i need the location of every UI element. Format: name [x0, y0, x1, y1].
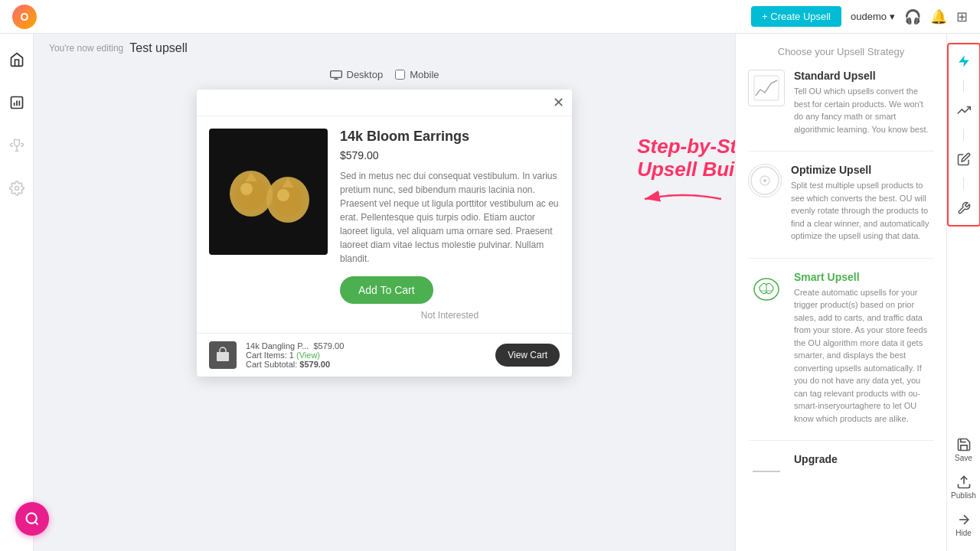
cart-item-name: 14k Dangling P... $579.00 [246, 341, 486, 350]
desktop-toggle[interactable]: Desktop [330, 69, 384, 80]
optimize-upsell-content: Optimize Upsell Split test multiple upse… [791, 164, 934, 243]
standard-upsell-content: Standard Upsell Tell OU which upsells co… [794, 70, 934, 135]
panel-title: Choose your Upsell Strategy [748, 46, 934, 57]
page-title: Test upsell [129, 41, 188, 55]
svg-marker-23 [959, 56, 969, 67]
sidebar-item-settings[interactable] [3, 174, 31, 202]
strategy-upgrade[interactable]: Upgrade [748, 453, 934, 490]
product-description: Sed in metus nec dui consequat vestibulu… [340, 169, 560, 266]
device-toggle: Desktop Mobile [330, 69, 439, 80]
separator-1 [963, 80, 964, 92]
user-name: oudemo [851, 11, 887, 22]
editing-prefix: You're now editing [49, 43, 123, 54]
smart-upsell-content: Smart Upsell Create automatic upsells fo… [794, 271, 934, 425]
search-fab-button[interactable] [15, 502, 49, 536]
cart-bar: 14k Dangling P... $579.00 Cart Items: 1 … [197, 333, 572, 377]
separator-3 [963, 178, 964, 190]
app-logo: O [12, 5, 37, 29]
product-details: 14k Bloom Earrings $579.00 Sed in metus … [340, 129, 560, 321]
sidebar-item-trophy[interactable] [3, 132, 31, 159]
strategy-smart[interactable]: Smart Upsell Create automatic upsells fo… [748, 271, 934, 425]
product-price: $579.00 [340, 149, 560, 161]
svg-point-18 [763, 179, 766, 182]
upgrade-content: Upgrade [794, 453, 838, 490]
sidebar-item-home[interactable] [3, 46, 31, 73]
bottom-actions: Save Publish Hide [947, 432, 981, 542]
not-interested-link[interactable]: Not Interested [340, 310, 560, 321]
modal-body: 14k Bloom Earrings $579.00 Sed in metus … [197, 116, 572, 333]
smart-upsell-icon [748, 271, 785, 308]
strategy-optimize[interactable]: Optimize Upsell Split test multiple upse… [748, 164, 934, 243]
save-button[interactable]: Save [947, 432, 981, 467]
divider-2 [748, 258, 934, 259]
svg-point-1 [15, 187, 18, 191]
icon-group-highlighted [947, 43, 981, 227]
add-to-cart-button[interactable]: Add To Cart [340, 276, 433, 304]
smart-upsell-title: Smart Upsell [794, 271, 934, 283]
main-content: You're now editing Test upsell Desktop M… [34, 34, 735, 551]
right-icon-bar: Save Publish Hide [946, 34, 980, 551]
svg-rect-2 [330, 70, 341, 77]
trend-icon[interactable] [950, 96, 978, 124]
optimize-upsell-title: Optimize Upsell [791, 164, 934, 176]
modal-close-button[interactable]: ✕ [553, 96, 564, 109]
mobile-checkbox[interactable] [395, 70, 405, 80]
upsell-modal: ✕ [197, 90, 572, 377]
svg-point-7 [240, 183, 253, 195]
svg-line-27 [35, 522, 38, 525]
lightning-icon[interactable] [950, 47, 978, 75]
modal-header: ✕ [197, 90, 572, 116]
hide-button[interactable]: Hide [947, 507, 981, 542]
svg-point-26 [27, 514, 37, 523]
editing-bar: You're now editing Test upsell [34, 34, 735, 63]
svg-point-10 [273, 183, 303, 217]
top-nav: O + Create Upsell oudemo ▾ 🎧 🔔 ⊞ [0, 0, 980, 34]
user-menu[interactable]: oudemo ▾ [851, 11, 895, 22]
smart-upsell-desc: Create automatic upsells for your trigge… [794, 286, 934, 425]
optimize-upsell-icon [748, 164, 782, 197]
svg-rect-15 [754, 76, 779, 100]
svg-rect-13 [217, 352, 229, 361]
product-image [209, 129, 328, 255]
divider-1 [748, 151, 934, 152]
upgrade-title: Upgrade [794, 453, 838, 465]
tools-icon[interactable] [950, 194, 978, 222]
svg-point-11 [277, 189, 289, 201]
product-name: 14k Bloom Earrings [340, 129, 560, 145]
view-cart-button[interactable]: View Cart [495, 344, 560, 367]
left-sidebar [0, 34, 34, 551]
top-nav-right: + Create Upsell oudemo ▾ 🎧 🔔 ⊞ [751, 6, 968, 27]
upgrade-icon [748, 453, 785, 490]
svg-point-6 [236, 177, 266, 210]
publish-button[interactable]: Publish [947, 470, 981, 504]
strategy-standard[interactable]: Standard Upsell Tell OU which upsells co… [748, 70, 934, 135]
create-upsell-button[interactable]: + Create Upsell [751, 6, 841, 27]
mobile-toggle[interactable]: Mobile [395, 69, 439, 80]
grid-icon[interactable]: ⊞ [956, 8, 968, 25]
cart-thumbnail [209, 341, 237, 369]
separator-2 [963, 129, 964, 141]
cart-info: 14k Dangling P... $579.00 Cart Items: 1 … [246, 341, 486, 369]
edit-icon[interactable] [950, 145, 978, 173]
standard-upsell-icon [748, 70, 785, 106]
cart-view-link[interactable]: (View) [296, 350, 320, 360]
standard-upsell-title: Standard Upsell [794, 70, 934, 82]
cart-subtotal: Cart Subtotal: $579.00 [246, 360, 486, 369]
divider-3 [748, 440, 934, 441]
sidebar-item-analytics[interactable] [3, 89, 31, 116]
standard-upsell-desc: Tell OU which upsells convert the best f… [794, 85, 934, 135]
chevron-down-icon: ▾ [890, 11, 895, 22]
cart-items-count: Cart Items: 1 (View) [246, 350, 486, 360]
right-panel: Choose your Upsell Strategy Standard Ups… [735, 34, 946, 551]
bell-icon[interactable]: 🔔 [930, 8, 947, 25]
headphones-icon[interactable]: 🎧 [904, 8, 921, 25]
optimize-upsell-desc: Split test multiple upsell products to s… [791, 179, 934, 243]
